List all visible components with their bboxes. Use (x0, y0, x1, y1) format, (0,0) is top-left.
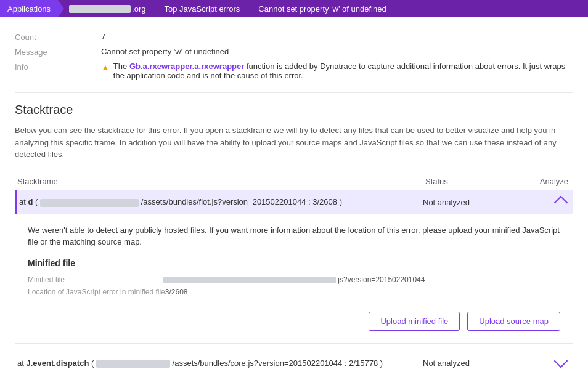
chevron-up-icon[interactable] (554, 195, 568, 209)
message-value: Cannot set property 'w' of undefined (101, 47, 573, 56)
stack-row-1-bold: d (28, 197, 33, 206)
stack-row-1-path: /assets/bundles/flot.js?version=20150220… (141, 197, 337, 206)
message-row: Message Cannot set property 'w' of undef… (15, 44, 573, 59)
js-error-location-row: Location of JavaScript error in minified… (28, 288, 560, 296)
stack-row-2-space: ( (91, 359, 94, 368)
upload-sourcemap-button[interactable]: Upload source map (467, 312, 560, 331)
info-label: Info (15, 62, 101, 71)
stack-row-1-frame: at d ( /assets/bundles/flot.js?version=2… (19, 197, 423, 206)
breadcrumb: Applications .org Top JavaScript errors … (0, 0, 588, 17)
minified-file-blurred (163, 277, 336, 283)
section-divider (15, 92, 573, 93)
stack-row-2-prefix: at (17, 359, 26, 368)
message-label: Message (15, 47, 101, 57)
minified-file-value: js?version=201502201044 (163, 275, 425, 284)
breadcrumb-blurred-org (69, 5, 131, 13)
header-analyze: Analyze (524, 177, 573, 186)
stack-row-2-path: /assets/bundles/core.js?version=20150220… (173, 359, 378, 368)
header-stackframe: Stackframe (15, 177, 425, 186)
stack-row-2-analyze[interactable] (521, 359, 571, 368)
breadcrumb-label-error-detail: Cannot set property 'w' of undefined (258, 4, 386, 14)
count-value: 7 (101, 32, 573, 41)
stack-row-2-frame: at J.event.dispatch ( /assets/bundles/co… (17, 359, 423, 368)
breadcrumb-item-error-detail[interactable]: Cannot set property 'w' of undefined (247, 0, 393, 17)
stack-row-1-prefix: at (19, 197, 28, 206)
stack-row-2[interactable]: at J.event.dispatch ( /assets/bundles/co… (15, 354, 573, 373)
header-status: Status (425, 177, 524, 186)
info-text-before: The (113, 62, 129, 71)
panel-subsection-title: Minified file (28, 258, 560, 268)
warning-icon: ▲ (101, 62, 110, 72)
stacktrace-title: Stacktrace (15, 103, 573, 117)
info-value: ▲ The Gb.a.rxewrapper.a.rxewrapper funct… (101, 62, 573, 80)
info-table: Count 7 Message Cannot set property 'w' … (15, 30, 573, 83)
js-error-location-label: Location of JavaScript error in minified… (28, 288, 165, 296)
js-error-location-value: 3/2608 (165, 288, 188, 296)
stacktrace-desc: Below you can see the stacktrace for thi… (15, 124, 573, 161)
upload-minified-button[interactable]: Upload minified file (369, 312, 460, 331)
stack-row-1-paren: ) (340, 197, 342, 206)
count-label: Count (15, 32, 101, 42)
stack-row-2-paren: ) (380, 359, 383, 368)
breadcrumb-item-js-errors[interactable]: Top JavaScript errors (153, 0, 248, 17)
breadcrumb-item-applications[interactable]: Applications (0, 0, 58, 17)
stacktrace-section: Stacktrace Below you can see the stacktr… (15, 103, 573, 373)
info-text-content: The Gb.a.rxewrapper.a.rxewrapper functio… (113, 62, 573, 80)
breadcrumb-item-org[interactable]: .org (58, 0, 153, 17)
stack-row-2-bold: J.event.dispatch (26, 359, 89, 368)
stack-row-1-status: Not analyzed (423, 198, 521, 207)
count-row: Count 7 (15, 30, 573, 44)
stack-row-1-blurred (40, 199, 139, 207)
stack-table-header: Stackframe Status Analyze (15, 173, 573, 190)
breadcrumb-label-org: .org (132, 4, 145, 14)
main-content: Count 7 Message Cannot set property 'w' … (0, 17, 588, 373)
stack-row-2-status: Not analyzed (423, 359, 521, 368)
stack-row-1-analyze[interactable] (521, 195, 571, 209)
info-link[interactable]: Gb.a.rxewrapper.a.rxewrapper (129, 62, 244, 71)
minified-file-row: Minified file js?version=201502201044 (28, 275, 560, 284)
chevron-down-icon[interactable] (554, 354, 568, 368)
minified-file-label: Minified file (28, 275, 163, 284)
upload-button-row: Upload minified file Upload source map (28, 304, 560, 333)
info-row: Info ▲ The Gb.a.rxewrapper.a.rxewrapper … (15, 59, 573, 83)
panel-notice: We weren't able to detect any publicly h… (28, 224, 560, 248)
stack-row-1[interactable]: at d ( /assets/bundles/flot.js?version=2… (15, 190, 573, 214)
stack-row-2-blurred (96, 360, 170, 368)
expanded-panel: We weren't able to detect any publicly h… (15, 214, 573, 344)
stack-row-1-space: ( (35, 197, 38, 206)
breadcrumb-label-js-errors: Top JavaScript errors (165, 4, 240, 14)
breadcrumb-label-applications: Applications (7, 4, 51, 14)
minified-file-version: js?version=201502201044 (338, 275, 425, 284)
